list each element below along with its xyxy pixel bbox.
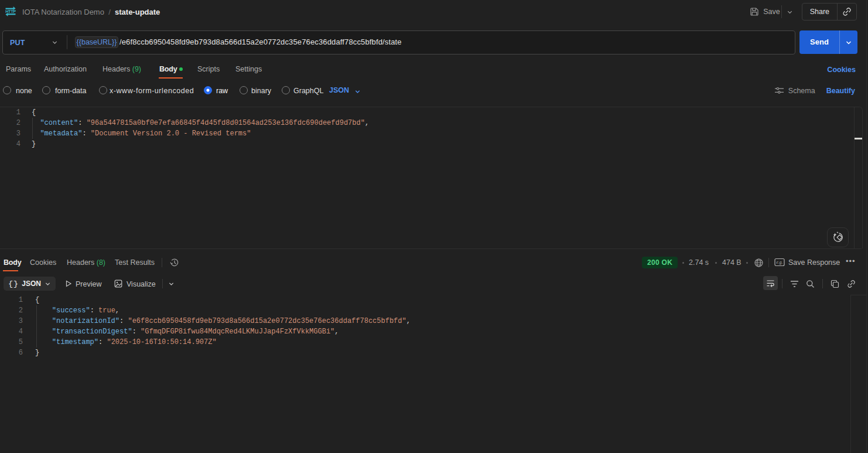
svg-text:e.g.: e.g.: [777, 260, 783, 265]
svg-text:HTTP: HTTP: [5, 9, 16, 14]
